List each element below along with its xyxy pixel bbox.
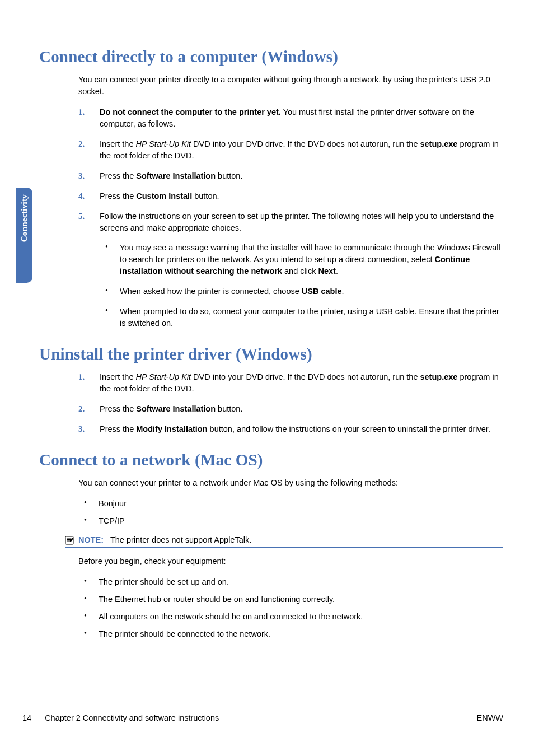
section3-checks: The printer should be set up and on. The… — [78, 576, 503, 640]
side-tab: Connectivity — [16, 188, 32, 283]
side-tab-label: Connectivity — [20, 194, 29, 242]
step-text: DVD into your DVD drive. If the DVD does… — [191, 139, 420, 148]
step-text: Press the — [100, 404, 136, 413]
list-item: 1. Do not connect the computer to the pr… — [78, 106, 503, 130]
step-text: Press the — [100, 424, 136, 433]
emphasis-italic: HP Start-Up Kit — [135, 372, 191, 381]
list-item: When asked how the printer is connected,… — [100, 286, 503, 297]
page-number: 14 — [22, 713, 31, 722]
footer-right: ENWW — [476, 713, 503, 722]
svg-rect-0 — [65, 536, 73, 544]
step-text: Insert the — [100, 372, 135, 381]
page-footer: 14 Chapter 2 Connectivity and software i… — [22, 713, 503, 722]
step-text: Insert the — [100, 139, 135, 148]
emphasis: Modify Installation — [136, 424, 207, 433]
step-number: 2. — [78, 403, 85, 416]
list-item: The Ethernet hub or router should be on … — [78, 594, 503, 605]
list-item: 3. Press the Modify Installation button,… — [78, 423, 503, 435]
step-text: button. — [192, 192, 219, 200]
heading-connect-windows: Connect directly to a computer (Windows) — [39, 48, 503, 66]
list-item: The printer should be set up and on. — [78, 576, 503, 588]
section1-steps: 1. Do not connect the computer to the pr… — [78, 106, 503, 329]
emphasis: Do not connect the computer to the print… — [100, 108, 281, 116]
section3-before: Before you begin, check your equipment: — [78, 556, 503, 567]
emphasis: Software Installation — [136, 171, 216, 180]
list-item: 3. Press the Software Installation butto… — [78, 170, 503, 182]
heading-uninstall-windows: Uninstall the printer driver (Windows) — [39, 345, 503, 363]
list-item: You may see a message warning that the i… — [100, 242, 503, 277]
step-text: DVD into your DVD drive. If the DVD does… — [191, 372, 420, 381]
list-item: The printer should be connected to the n… — [78, 628, 503, 640]
list-item: All computers on the network should be o… — [78, 611, 503, 623]
section1-sub-bullets: You may see a message warning that the i… — [100, 242, 503, 329]
footer-chapter: Chapter 2 Connectivity and software inst… — [45, 713, 219, 722]
step-number: 5. — [78, 211, 85, 223]
list-item: Bonjour — [78, 498, 503, 510]
step-text: button, and follow the instructions on y… — [208, 424, 490, 433]
step-number: 1. — [78, 371, 85, 384]
step-number: 2. — [78, 138, 85, 151]
step-text: button. — [216, 404, 242, 413]
section1-intro: You can connect your printer directly to… — [78, 74, 503, 97]
check-text: The printer should be connected to the n… — [99, 629, 270, 638]
emphasis: Next — [318, 267, 336, 276]
bullet-text: . — [342, 287, 344, 296]
step-number: 3. — [78, 423, 85, 436]
list-item: 2. Insert the HP Start-Up Kit DVD into y… — [78, 138, 503, 162]
list-item: 5. Follow the instructions on your scree… — [78, 211, 503, 329]
section3-methods: Bonjour TCP/IP — [78, 498, 503, 527]
step-number: 3. — [78, 170, 85, 183]
step-text: button. — [216, 171, 242, 180]
check-text: The printer should be set up and on. — [99, 577, 229, 586]
method-text: TCP/IP — [99, 516, 125, 525]
emphasis: Software Installation — [136, 404, 216, 413]
step-text: Press the — [100, 192, 136, 200]
emphasis-italic: HP Start-Up Kit — [135, 139, 191, 148]
section3-intro: You can connect your printer to a networ… — [78, 477, 503, 489]
page-content: Connect directly to a computer (Windows)… — [39, 48, 503, 646]
bullet-text: . — [336, 267, 338, 276]
note-text: The printer does not support AppleTalk. — [110, 535, 251, 544]
bullet-text: and click — [282, 267, 318, 276]
check-text: The Ethernet hub or router should be on … — [99, 595, 335, 604]
note-label: NOTE: — [78, 535, 104, 544]
step-number: 4. — [78, 190, 85, 203]
list-item: 1. Insert the HP Start-Up Kit DVD into y… — [78, 371, 503, 395]
list-item: TCP/IP — [78, 515, 503, 527]
list-item: When prompted to do so, connect your com… — [100, 306, 503, 329]
bullet-text: When prompted to do so, connect your com… — [120, 307, 499, 328]
method-text: Bonjour — [99, 499, 127, 508]
emphasis: setup.exe — [420, 139, 457, 148]
note-callout: NOTE: The printer does not support Apple… — [65, 533, 503, 548]
step-text: Follow the instructions on your screen t… — [100, 212, 494, 232]
note-icon — [65, 536, 74, 545]
list-item: 2. Press the Software Installation butto… — [78, 403, 503, 415]
list-item: 4. Press the Custom Install button. — [78, 190, 503, 202]
section2-steps: 1. Insert the HP Start-Up Kit DVD into y… — [78, 371, 503, 435]
step-number: 1. — [78, 106, 85, 119]
emphasis: USB cable — [302, 287, 342, 296]
emphasis: setup.exe — [420, 372, 457, 381]
emphasis: Custom Install — [136, 192, 192, 200]
check-text: All computers on the network should be o… — [99, 612, 363, 621]
step-text: Press the — [100, 171, 136, 180]
bullet-text: When asked how the printer is connected,… — [120, 287, 302, 296]
heading-connect-mac: Connect to a network (Mac OS) — [39, 451, 503, 469]
